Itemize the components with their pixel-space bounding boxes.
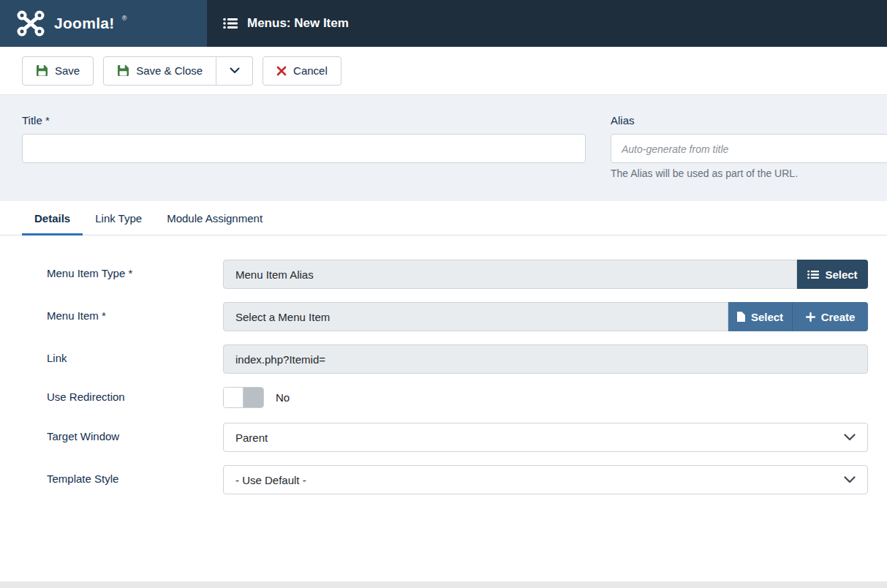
menu-item-type-select-button[interactable]: Select xyxy=(797,260,868,289)
menu-item-control: Select a Menu Item Select Create xyxy=(223,302,868,331)
titlebar: Menus: New Item xyxy=(207,0,887,47)
bottom-strip xyxy=(0,581,887,588)
menu-item-label: Menu Item * xyxy=(47,309,106,322)
tab-bar: Details Link Type Module Assignment xyxy=(0,201,887,235)
use-redirection-label: Use Redirection xyxy=(47,391,125,403)
details-tab-content: Menu Item Type * Menu Item Alias Select xyxy=(0,235,887,580)
list-icon xyxy=(223,18,238,29)
use-redirection-value: No xyxy=(276,391,290,404)
save-dropdown-toggle[interactable] xyxy=(216,56,253,86)
link-value: index.php?Itemid= xyxy=(235,353,325,366)
menu-item-select-button[interactable]: Select xyxy=(728,302,792,331)
save-icon xyxy=(36,64,48,77)
menu-item-create-label: Create xyxy=(821,311,856,323)
brand-text: Joomla! xyxy=(54,15,115,32)
target-window-value: Parent xyxy=(235,431,268,444)
title-alias-section: Title * Alias The Alias will be used as … xyxy=(0,95,887,201)
save-and-close-label: Save & Close xyxy=(136,64,203,77)
joomla-logo-icon xyxy=(15,10,47,37)
save-close-group: Save & Close xyxy=(103,56,253,86)
menu-item-type-label: Menu Item Type * xyxy=(47,267,132,279)
alias-help-text: The Alias will be used as part of the UR… xyxy=(611,167,798,179)
link-label: Link xyxy=(47,352,67,364)
menu-item-type-select-label: Select xyxy=(825,268,857,281)
menu-item-type-value: Menu Item Alias xyxy=(235,268,314,281)
target-window-select[interactable]: Parent xyxy=(223,423,868,452)
use-redirection-toggle[interactable] xyxy=(223,387,264,408)
tab-link-type[interactable]: Link Type xyxy=(83,201,154,235)
toggle-knob xyxy=(224,388,244,407)
cancel-button-label: Cancel xyxy=(293,64,328,77)
brand-area[interactable]: Joomla!® xyxy=(0,0,207,47)
chevron-down-icon xyxy=(230,67,240,74)
title-label: Title * xyxy=(22,114,50,127)
page-title: Menus: New Item xyxy=(247,16,349,31)
chevron-down-icon xyxy=(844,434,856,441)
menu-item-type-value-field: Menu Item Alias xyxy=(223,260,797,289)
menu-item-type-control: Menu Item Alias Select xyxy=(223,260,868,289)
template-style-value: - Use Default - xyxy=(235,474,306,486)
save-button-label: Save xyxy=(55,64,80,77)
use-redirection-control: No xyxy=(223,387,290,408)
alias-label: Alias xyxy=(611,114,635,127)
toolbar: Save Save & Close xyxy=(0,47,887,95)
tab-module-assignment[interactable]: Module Assignment xyxy=(154,201,275,235)
target-window-control: Parent xyxy=(223,423,868,452)
menus-new-item-page: Joomla!® Menus: New Item Sav xyxy=(0,0,887,588)
template-style-select[interactable]: - Use Default - xyxy=(223,465,868,494)
menu-item-value-field: Select a Menu Item xyxy=(223,302,728,331)
menu-item-create-button[interactable]: Create xyxy=(792,302,868,331)
title-input[interactable] xyxy=(22,134,586,163)
plus-icon xyxy=(806,312,815,322)
link-value-field: index.php?Itemid= xyxy=(223,344,868,374)
save-button[interactable]: Save xyxy=(22,56,94,86)
save-and-close-button[interactable]: Save & Close xyxy=(103,56,216,86)
cancel-x-icon xyxy=(276,66,287,76)
brand-registered-mark: ® xyxy=(122,15,127,22)
alias-input[interactable] xyxy=(611,134,887,163)
template-style-label: Template Style xyxy=(47,472,118,485)
file-icon xyxy=(737,312,745,322)
menu-item-select-label: Select xyxy=(751,311,783,323)
list-icon xyxy=(807,270,819,279)
save-close-icon xyxy=(117,64,129,77)
template-style-control: - Use Default - xyxy=(223,465,868,494)
menu-item-value: Select a Menu Item xyxy=(235,311,330,323)
chevron-down-icon xyxy=(844,476,856,483)
tab-details[interactable]: Details xyxy=(22,201,83,235)
cancel-button[interactable]: Cancel xyxy=(263,56,341,86)
target-window-label: Target Window xyxy=(47,430,119,442)
link-control: index.php?Itemid= xyxy=(223,344,868,374)
top-header: Joomla!® Menus: New Item xyxy=(0,0,887,47)
toggle-track xyxy=(244,388,263,407)
